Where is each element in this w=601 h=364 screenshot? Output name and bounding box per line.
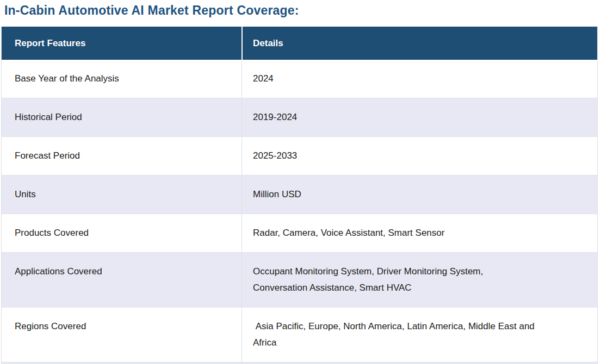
column-header-details: Details [241,27,597,60]
details-cell: Million USD [241,175,597,214]
table-row-base-year: Base Year of the Analysis 2024 [2,60,597,98]
feature-cell: Applications Covered [2,253,241,307]
page: In-Cabin Automotive AI Market Report Cov… [0,0,601,364]
report-coverage-table: Report Features Details Base Year of the… [1,27,598,364]
details-cell: 2025-2033 [241,137,597,175]
details-cell: Radar, Camera, Voice Assistant, Smart Se… [241,214,597,252]
details-cell: Asia Pacific, Europe, North America, Lat… [241,307,597,362]
feature-cell: Forecast Period [2,137,241,175]
page-title: In-Cabin Automotive AI Market Report Cov… [4,2,601,18]
table-row-regions-covered: Regions Covered Asia Pacific, Europe, No… [2,307,597,362]
feature-cell: Base Year of the Analysis [2,60,241,98]
column-header-report-features: Report Features [2,27,241,60]
details-cell: 2019-2024 [241,98,597,136]
table-row-applications-covered: Applications Covered Occupant Monitoring… [2,253,597,307]
details-cell: Occupant Monitoring System, Driver Monit… [241,253,597,307]
table-row-forecast-period: Forecast Period 2025-2033 [2,137,597,175]
feature-cell: Products Covered [2,214,241,252]
feature-cell: Units [2,175,241,214]
details-cell: 2024 [241,60,597,98]
table-header-row: Report Features Details [2,27,597,60]
table-row-historical-period: Historical Period 2019-2024 [2,98,597,137]
feature-cell: Regions Covered [2,307,241,362]
table-row-products-covered: Products Covered Radar, Camera, Voice As… [2,214,597,253]
table-row-units: Units Million USD [2,175,597,214]
feature-cell: Historical Period [2,98,241,136]
